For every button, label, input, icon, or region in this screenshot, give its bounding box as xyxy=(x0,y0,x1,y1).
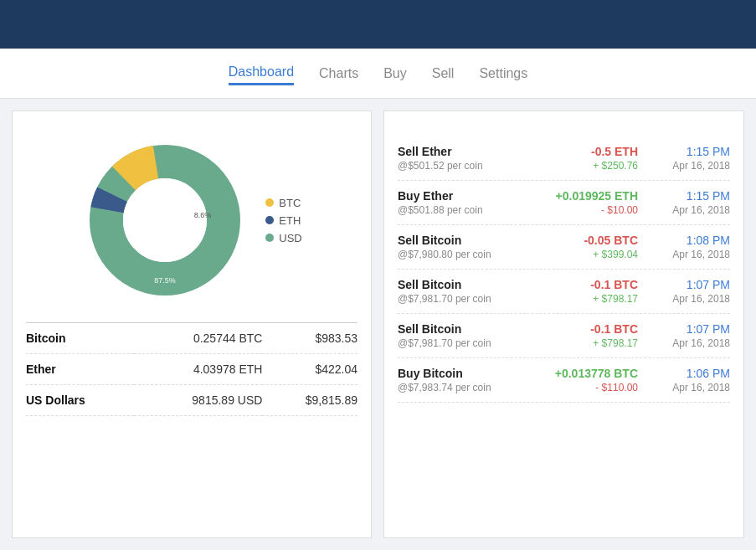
table-row: US Dollars 9815.89 USD $9,815.89 xyxy=(26,385,357,416)
tx-amounts: -0.1 BTC + $798.17 xyxy=(518,278,656,305)
tx-amount: -0.1 BTC xyxy=(518,278,639,291)
navigation: Dashboard Charts Buy Sell Settings xyxy=(0,49,756,99)
tx-time-info: 1:15 PM Apr 16, 2018 xyxy=(655,189,730,216)
tx-info: Sell Bitcoin @$7,981.70 per coin xyxy=(398,278,518,305)
tx-amounts: -0.5 ETH + $250.76 xyxy=(518,145,656,172)
tx-usd: - $110.00 xyxy=(518,382,639,393)
tab-charts[interactable]: Charts xyxy=(319,63,358,85)
tx-time: 1:07 PM xyxy=(655,278,730,291)
tx-time-info: 1:07 PM Apr 16, 2018 xyxy=(655,278,730,305)
tx-date: Apr 16, 2018 xyxy=(655,382,730,393)
btc-dot xyxy=(265,198,274,207)
tab-dashboard[interactable]: Dashboard xyxy=(229,61,294,85)
tx-amount: +0.013778 BTC xyxy=(518,367,639,380)
tx-title: Sell Ether xyxy=(398,145,518,158)
tx-time: 1:15 PM xyxy=(655,189,730,203)
tx-date: Apr 16, 2018 xyxy=(655,249,730,260)
list-item: Sell Bitcoin @$7,981.70 per coin -0.1 BT… xyxy=(398,314,730,358)
tx-title: Sell Bitcoin xyxy=(398,234,518,247)
tx-time: 1:06 PM xyxy=(655,367,730,380)
tx-date: Apr 16, 2018 xyxy=(655,337,730,349)
legend-usd: USD xyxy=(265,232,301,244)
tx-date: Apr 16, 2018 xyxy=(655,160,730,172)
tab-buy[interactable]: Buy xyxy=(383,63,407,85)
list-item: Sell Bitcoin @$7,980.80 per coin -0.05 B… xyxy=(398,225,730,270)
header xyxy=(0,0,756,49)
tx-subtitle: @$7,983.74 per coin xyxy=(398,382,518,393)
col-name xyxy=(26,316,134,323)
main-content: 8.6% 87.5% BTC ETH USD xyxy=(0,99,756,550)
tx-subtitle: @$501.52 per coin xyxy=(398,160,518,172)
asset-balance: 0.25744 BTC xyxy=(134,323,262,354)
portfolio-table: Bitcoin 0.25744 BTC $983.53 Ether 4.0397… xyxy=(26,316,357,416)
usd-label: USD xyxy=(279,232,301,244)
tx-title: Buy Bitcoin xyxy=(398,367,518,380)
tx-time-info: 1:06 PM Apr 16, 2018 xyxy=(655,367,730,393)
table-row: Ether 4.03978 ETH $422.04 xyxy=(26,354,357,385)
tx-amount: -0.05 BTC xyxy=(518,234,639,247)
tx-time-info: 1:15 PM Apr 16, 2018 xyxy=(655,145,730,172)
col-balance xyxy=(134,316,262,323)
tx-time-info: 1:08 PM Apr 16, 2018 xyxy=(655,234,730,260)
tx-usd: + $250.76 xyxy=(518,160,639,172)
tx-amount: +0.019925 ETH xyxy=(518,189,639,203)
table-row: Bitcoin 0.25744 BTC $983.53 xyxy=(26,323,357,354)
tx-info: Sell Ether @$501.52 per coin xyxy=(398,145,518,172)
list-item: Buy Ether @$501.88 per coin +0.019925 ET… xyxy=(398,181,730,225)
tx-amount: -0.1 BTC xyxy=(518,322,639,336)
list-item: Sell Bitcoin @$7,981.70 per coin -0.1 BT… xyxy=(398,270,730,314)
chart-area: 8.6% 87.5% BTC ETH USD xyxy=(26,136,357,304)
tx-usd: + $798.17 xyxy=(518,293,639,305)
tx-amounts: +0.013778 BTC - $110.00 xyxy=(518,367,656,393)
asset-balance: 4.03978 ETH xyxy=(134,354,262,385)
tx-date: Apr 16, 2018 xyxy=(655,293,730,305)
svg-text:8.6%: 8.6% xyxy=(194,211,212,219)
donut-chart: 8.6% 87.5% xyxy=(81,136,249,304)
tx-date: Apr 16, 2018 xyxy=(655,204,730,216)
list-item: Buy Bitcoin @$7,983.74 per coin +0.01377… xyxy=(398,358,730,403)
legend-btc: BTC xyxy=(265,197,301,209)
tx-usd: + $798.17 xyxy=(518,337,639,349)
tx-time: 1:08 PM xyxy=(655,234,730,247)
asset-counter: $983.53 xyxy=(262,323,357,354)
tx-time-info: 1:07 PM Apr 16, 2018 xyxy=(655,322,730,349)
tx-info: Buy Bitcoin @$7,983.74 per coin xyxy=(398,367,518,393)
btc-label: BTC xyxy=(279,197,301,209)
eth-label: ETH xyxy=(279,214,301,227)
tx-info: Sell Bitcoin @$7,981.70 per coin xyxy=(398,322,518,349)
tx-time: 1:07 PM xyxy=(655,322,730,336)
chart-legend: BTC ETH USD xyxy=(265,197,301,244)
tx-subtitle: @$7,981.70 per coin xyxy=(398,337,518,349)
asset-name: Bitcoin xyxy=(26,323,134,354)
tx-info: Buy Ether @$501.88 per coin xyxy=(398,189,518,216)
transactions-list[interactable]: Sell Ether @$501.52 per coin -0.5 ETH + … xyxy=(398,136,730,524)
tx-title: Sell Bitcoin xyxy=(398,322,518,336)
asset-name: US Dollars xyxy=(26,385,134,416)
tx-amounts: -0.05 BTC + $399.04 xyxy=(518,234,656,260)
transactions-panel: Sell Ether @$501.52 per coin -0.5 ETH + … xyxy=(383,111,744,538)
list-item: Sell Ether @$501.52 per coin -0.5 ETH + … xyxy=(398,136,730,181)
tx-subtitle: @$501.88 per coin xyxy=(398,204,518,216)
col-counter xyxy=(262,316,357,323)
tx-title: Sell Bitcoin xyxy=(398,278,518,291)
tx-amounts: +0.019925 ETH - $10.00 xyxy=(518,189,656,216)
legend-eth: ETH xyxy=(265,214,301,227)
tab-settings[interactable]: Settings xyxy=(479,63,527,85)
tx-subtitle: @$7,980.80 per coin xyxy=(398,249,518,260)
asset-balance: 9815.89 USD xyxy=(134,385,262,416)
asset-counter: $422.04 xyxy=(262,354,357,385)
tx-info: Sell Bitcoin @$7,980.80 per coin xyxy=(398,234,518,260)
tx-amount: -0.5 ETH xyxy=(518,145,639,158)
tx-time: 1:15 PM xyxy=(655,145,730,158)
tx-subtitle: @$7,981.70 per coin xyxy=(398,293,518,305)
tx-usd: - $10.00 xyxy=(518,204,639,216)
svg-text:87.5%: 87.5% xyxy=(155,276,177,285)
usd-dot xyxy=(265,234,274,242)
portfolio-panel: 8.6% 87.5% BTC ETH USD xyxy=(12,111,372,538)
tab-sell[interactable]: Sell xyxy=(432,63,455,85)
asset-counter: $9,815.89 xyxy=(262,385,357,416)
svg-point-3 xyxy=(123,178,207,262)
asset-name: Ether xyxy=(26,354,134,385)
tx-title: Buy Ether xyxy=(398,189,518,203)
eth-dot xyxy=(265,216,274,224)
